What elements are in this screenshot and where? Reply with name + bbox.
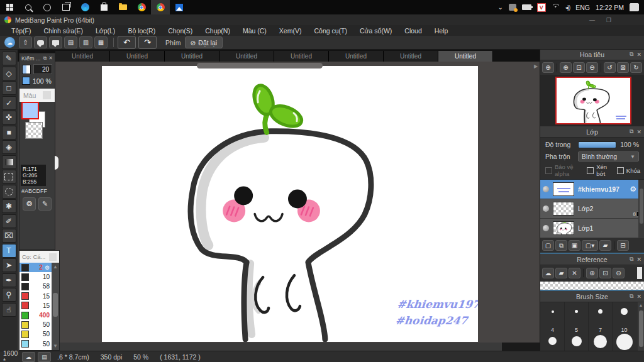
brush-item[interactable]: 50 [19, 320, 52, 329]
merge-layer-button[interactable]: ⊟ [617, 240, 629, 251]
opacity-slider[interactable] [578, 141, 616, 148]
chrome-icon[interactable] [132, 0, 151, 14]
brush-item[interactable]: 50 [19, 339, 52, 349]
search-icon[interactable] [19, 0, 38, 14]
tab-untitled-8-active[interactable]: Untitled [438, 51, 493, 62]
brush-list-header[interactable]: Cọ: Cá... [19, 251, 59, 263]
tab-untitled-1[interactable]: Untitled [55, 51, 110, 62]
menu-edit[interactable]: Chỉnh sửa(E) [38, 27, 89, 35]
blend-mode-select[interactable]: Bình thường▼ [578, 151, 639, 162]
action-center-icon[interactable] [630, 3, 639, 11]
menu-layer[interactable]: Lớp(L) [89, 27, 121, 35]
scroll-up-icon[interactable]: ▲ [52, 264, 59, 270]
menu-filter[interactable]: Bộ lọc(R) [121, 27, 162, 35]
zoom-presets-value[interactable]: 1600 * [0, 349, 22, 362]
eraser-tool[interactable]: ◇ [2, 67, 16, 80]
protect-alpha-checkbox[interactable] [545, 167, 552, 174]
brush-size-10[interactable]: 10 [613, 304, 636, 333]
layer-visibility-icon[interactable] [543, 206, 549, 212]
layer-row-signature[interactable]: #khiemvu197 ⚙ [540, 180, 644, 199]
layer-visibility-icon[interactable] [543, 225, 549, 231]
status-new-document-button[interactable]: ▤ [38, 352, 51, 362]
add-layer-menu-button[interactable]: ▢▾ [582, 240, 598, 251]
close-icon[interactable]: ✕ [636, 256, 641, 263]
reset-button[interactable]: ⊘Đặt lại [185, 36, 223, 48]
select-tool[interactable] [2, 170, 16, 184]
rotate-right-button[interactable]: ↻ [630, 62, 642, 73]
menu-window[interactable]: Cửa sổ(W) [353, 27, 398, 35]
close-icon[interactable]: ✕ [48, 55, 53, 62]
tab-untitled-5[interactable]: Untitled [274, 51, 329, 62]
new-layer-button[interactable]: ▢ [542, 240, 554, 251]
popout-icon[interactable]: ⧉ [43, 55, 47, 62]
bucket-tool[interactable]: ◈ [2, 140, 16, 154]
publish-button[interactable]: ⇧ [19, 36, 32, 48]
brush-item[interactable]: 10 [19, 272, 52, 282]
close-icon[interactable]: ✕ [636, 52, 641, 58]
fit-view-button[interactable]: ⊡ [573, 62, 585, 73]
scroll-right-icon[interactable]: ▶ [532, 63, 540, 69]
document-button[interactable]: ▤ [64, 36, 77, 48]
brush-item[interactable]: 15 [19, 292, 52, 301]
wifi-icon[interactable] [552, 4, 560, 11]
brush-item[interactable]: 58 [19, 282, 52, 291]
tab-untitled-4[interactable]: Untitled [219, 51, 274, 62]
menu-view[interactable]: Xem(V) [273, 27, 308, 35]
reference-zoom-in-button[interactable]: ⊕ [586, 268, 598, 278]
menu-file[interactable]: Tệp(F) [5, 27, 38, 35]
brush-item[interactable]: 50 [19, 329, 52, 339]
palette-icon[interactable]: ❂ [23, 197, 36, 211]
operation-tool[interactable]: ➤ [2, 258, 16, 272]
layer-row-2[interactable]: Lớp2 8 [540, 199, 644, 219]
layer-settings-gear-icon[interactable]: ⚙ [630, 185, 636, 194]
curve-snap-tool[interactable]: ✓ [2, 96, 16, 110]
primary-color-swatch[interactable] [21, 102, 39, 119]
zoom-in-button[interactable]: ⊕ [560, 62, 572, 73]
grid-window-button[interactable]: ▦ [94, 36, 108, 48]
file-explorer-icon[interactable] [113, 0, 132, 14]
popout-icon[interactable]: ⧉ [630, 256, 633, 263]
brush-item-selected[interactable]: 2⚙ [19, 263, 52, 272]
menu-color[interactable]: Màu (C) [236, 27, 273, 35]
edge-icon[interactable] [75, 0, 94, 14]
cloud-sync-button[interactable]: ☁ [4, 37, 15, 48]
menu-cloud[interactable]: Cloud [398, 27, 428, 35]
lasso-tool[interactable] [2, 185, 16, 199]
tray-chevron-icon[interactable]: ⌄ [497, 4, 502, 11]
brush-item[interactable]: 400 [19, 310, 52, 320]
redo-button[interactable]: ↷ [138, 36, 157, 49]
form-button[interactable]: ▥ [79, 36, 92, 48]
select-pen-tool[interactable]: ✐ [2, 214, 16, 228]
layer-visibility-icon[interactable] [543, 186, 549, 192]
tray-app-icon[interactable] [509, 4, 516, 11]
photos-icon[interactable] [170, 0, 189, 14]
brush-tool[interactable]: ✎ [2, 52, 16, 65]
reference-scrollbar[interactable] [637, 267, 642, 279]
eyedropper-tool[interactable]: ⚲ [2, 288, 16, 302]
language-indicator[interactable]: ENG [575, 4, 590, 11]
canvas-horizontal-scrollbar[interactable]: ◀ ▶ [18, 343, 502, 351]
brush-list-scrollbar[interactable]: ▲ ▼ [52, 263, 59, 350]
comment-button[interactable] [34, 36, 47, 48]
reference-clear-button[interactable]: ✕ [569, 268, 580, 278]
palette-edit-icon[interactable]: ✎ [38, 197, 52, 211]
navigator-thumbnail[interactable] [555, 77, 631, 124]
cortana-icon[interactable] [38, 0, 57, 14]
fullscreen-fit-button[interactable]: ⊠ [617, 62, 629, 73]
shape-tool[interactable]: □ [2, 81, 16, 95]
battery-icon[interactable] [522, 4, 531, 10]
brush-size-4[interactable]: 4 [541, 304, 564, 333]
select-eraser-tool[interactable]: ⌧ [2, 229, 16, 243]
message-button[interactable] [49, 36, 62, 48]
store-icon[interactable] [94, 0, 113, 14]
reference-fit-button[interactable]: ⊡ [599, 268, 611, 278]
panel-collapse-handle[interactable] [55, 156, 58, 170]
duplicate-layer-button[interactable]: ⧉ [555, 240, 567, 251]
menu-select[interactable]: Chọn(S) [162, 27, 199, 35]
text-tool[interactable]: T [2, 244, 16, 258]
undo-button[interactable]: ↶ [118, 36, 136, 49]
brush-size-5[interactable]: 5 [565, 304, 588, 333]
brush-width-value[interactable]: 20 [33, 64, 52, 74]
move-tool[interactable]: ✜ [2, 111, 16, 124]
brush-opacity-value[interactable]: 100 % [33, 77, 52, 85]
